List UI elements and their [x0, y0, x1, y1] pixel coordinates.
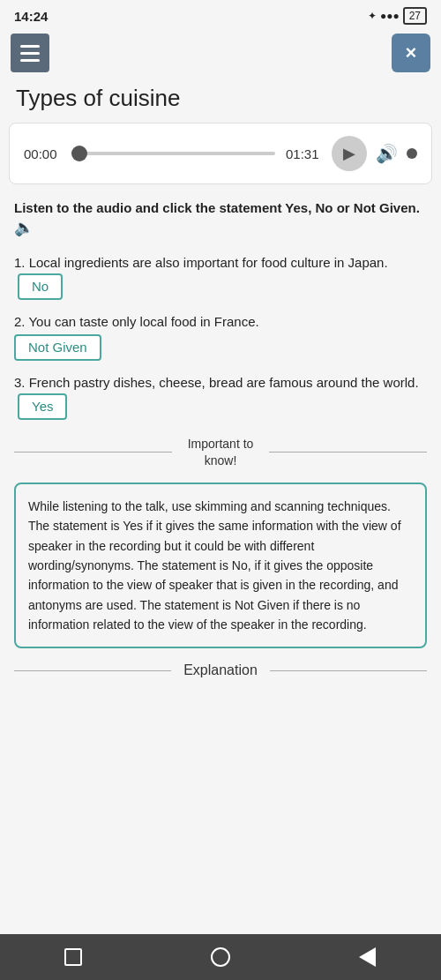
bluetooth-icon: ✦: [368, 10, 377, 22]
question-3-number: 3.: [14, 375, 29, 390]
question-2-number: 2.: [14, 314, 28, 329]
top-nav: ×: [0, 28, 441, 78]
status-time: 14:24: [14, 9, 48, 24]
audio-extra-dot: [407, 148, 417, 159]
divider-line-right: [269, 452, 427, 453]
explanation-label: Explanation: [171, 662, 270, 678]
question-3: 3. French pastry dishes, cheese, bread a…: [14, 373, 427, 420]
close-button[interactable]: ×: [392, 34, 430, 72]
info-box: While listening to the talk, use skimmin…: [14, 483, 427, 649]
square-icon: [64, 948, 82, 966]
answer-box-3[interactable]: Yes: [18, 393, 67, 421]
question-1: 1. Local ingredients are also important …: [14, 253, 427, 300]
signal-icon: ●︎●︎●: [380, 10, 400, 22]
nav-back-button[interactable]: [341, 939, 394, 975]
question-1-number: 1.: [14, 255, 29, 270]
instruction-text: Listen to the audio and click the statem…: [14, 198, 427, 239]
status-bar: 14:24 ✦ ●︎●︎● 27: [0, 0, 441, 28]
bottom-nav: [0, 934, 441, 980]
divider-text: Important toknow!: [172, 436, 269, 468]
nav-home-button[interactable]: [194, 939, 247, 975]
audio-progress-bar[interactable]: [71, 152, 275, 155]
play-button[interactable]: ▶: [332, 136, 367, 171]
menu-line-1: [20, 45, 40, 48]
audio-time-end: 01:31: [286, 146, 323, 161]
menu-line-3: [20, 59, 40, 62]
back-icon: [359, 947, 376, 967]
explanation-divider: Explanation: [14, 662, 427, 678]
audio-player: 00:00 01:31 ▶ 🔊: [9, 123, 432, 184]
important-divider: Important toknow!: [14, 436, 427, 468]
menu-line-2: [20, 52, 40, 55]
nav-square-button[interactable]: [47, 939, 100, 975]
questions-section: Listen to the audio and click the statem…: [0, 184, 441, 420]
question-1-text: Local ingredients are also important for…: [29, 255, 388, 270]
circle-icon: [211, 947, 230, 967]
bottom-spacer: [0, 678, 441, 740]
explanation-line-right: [270, 670, 427, 671]
speaker-icon: 🔈: [14, 219, 34, 236]
question-2: 2. You can taste only local food in Fran…: [14, 312, 427, 361]
battery-indicator: 27: [403, 7, 427, 25]
status-icons: ✦ ●︎●︎● 27: [368, 7, 427, 25]
volume-button[interactable]: 🔊: [376, 143, 398, 164]
page-title: Types of cuisine: [0, 78, 441, 123]
info-box-text: While listening to the talk, use skimmin…: [28, 499, 401, 632]
explanation-line-left: [14, 670, 171, 671]
menu-button[interactable]: [11, 34, 49, 72]
answer-box-2[interactable]: Not Given: [14, 334, 101, 362]
answer-box-1[interactable]: No: [18, 273, 63, 301]
divider-line-left: [14, 452, 172, 453]
audio-thumb[interactable]: [71, 146, 87, 161]
question-2-text: You can taste only local food in France.: [28, 314, 258, 329]
question-3-text: French pastry dishes, cheese, bread are …: [29, 375, 419, 390]
audio-time-start: 00:00: [24, 146, 61, 161]
